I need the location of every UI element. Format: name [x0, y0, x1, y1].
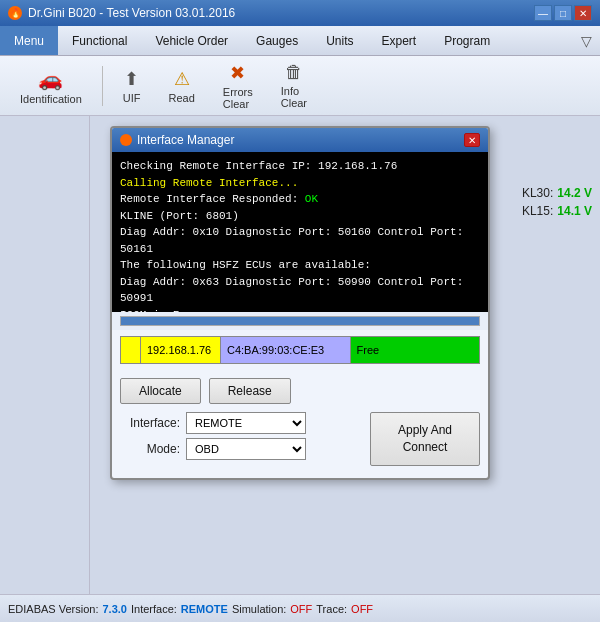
uif-icon: ⬆	[124, 68, 139, 90]
menu-bar: Menu Functional Vehicle Order Gauges Uni…	[0, 26, 600, 56]
title-bar: 🔥 Dr.Gini B020 - Test Version 03.01.2016…	[0, 0, 600, 26]
minimize-button[interactable]: —	[534, 5, 552, 21]
console-line-7: Diag Addr: 0x63 Diagnostic Port: 50990 C…	[120, 274, 480, 307]
menu-item-vehicle-order[interactable]: Vehicle Order	[141, 26, 242, 55]
config-area: Interface: REMOTE LOCAL STD:OBD Mode: OB…	[112, 408, 488, 470]
console-line-3: Remote Interface Responded: OK	[120, 191, 480, 208]
dialog-title-bar: Interface Manager ✕	[112, 128, 488, 152]
interface-manager-dialog: Interface Manager ✕ Checking Remote Inte…	[110, 126, 490, 480]
status-simulation-value: OFF	[290, 603, 312, 615]
status-bar: EDIABAS Version: 7.3.0 Interface: REMOTE…	[0, 594, 600, 622]
toolbar-read[interactable]: ⚠ Read	[157, 64, 207, 108]
dialog-app-icon	[120, 134, 132, 146]
console-line-5: Diag Addr: 0x10 Diagnostic Port: 50160 C…	[120, 224, 480, 257]
toolbar-uif[interactable]: ⬆ UIF	[111, 64, 153, 108]
toolbar-read-label: Read	[169, 92, 195, 104]
interface-cell-status: Free	[351, 337, 480, 363]
progress-area	[112, 312, 488, 330]
toolbar-errors[interactable]: ✖ ErrorsClear	[211, 58, 265, 114]
toolbar-errors-label: ErrorsClear	[223, 86, 253, 110]
maximize-button[interactable]: □	[554, 5, 572, 21]
status-trace-value: OFF	[351, 603, 373, 615]
interface-label: Interface:	[120, 416, 180, 430]
status-interface-value: REMOTE	[181, 603, 228, 615]
toolbar-identification-label: Identification	[20, 93, 82, 105]
console-line-2: Calling Remote Interface...	[120, 175, 480, 192]
errors-icon: ✖	[230, 62, 245, 84]
interface-row[interactable]: 192.168.1.76 C4:BA:99:03:CE:E3 Free	[121, 337, 479, 363]
console-line-4: KLINE (Port: 6801)	[120, 208, 480, 225]
expand-icon: ▽	[573, 26, 600, 55]
status-interface-label: Interface:	[131, 603, 177, 615]
toolbar-info[interactable]: 🗑 InfoClear	[269, 58, 319, 113]
console-line-1: Checking Remote Interface IP: 192.168.1.…	[120, 158, 480, 175]
interface-select[interactable]: REMOTE LOCAL STD:OBD	[186, 412, 306, 434]
progress-bar	[120, 316, 480, 326]
allocate-button[interactable]: Allocate	[120, 378, 201, 404]
close-button[interactable]: ✕	[574, 5, 592, 21]
title-bar-left: 🔥 Dr.Gini B020 - Test Version 03.01.2016	[8, 6, 235, 20]
toolbar: 🚗 Identification ⬆ UIF ⚠ Read ✖ ErrorsCl…	[0, 56, 600, 116]
toolbar-identification[interactable]: 🚗 Identification	[8, 63, 94, 109]
toolbar-info-label: InfoClear	[281, 85, 307, 109]
app-icon: 🔥	[8, 6, 22, 20]
button-row: Allocate Release	[112, 370, 488, 408]
toolbar-divider-1	[102, 66, 103, 106]
mode-label: Mode:	[120, 442, 180, 456]
menu-item-gauges[interactable]: Gauges	[242, 26, 312, 55]
console-output: Checking Remote Interface IP: 192.168.1.…	[112, 152, 488, 312]
dialog-overlay: Interface Manager ✕ Checking Remote Inte…	[0, 116, 600, 566]
status-simulation-label: Simulation:	[232, 603, 286, 615]
interface-cell-indicator	[121, 337, 141, 363]
toolbar-uif-label: UIF	[123, 92, 141, 104]
release-button[interactable]: Release	[209, 378, 291, 404]
menu-item-program[interactable]: Program	[430, 26, 504, 55]
interface-config-row: Interface: REMOTE LOCAL STD:OBD	[120, 412, 306, 434]
apply-connect-button[interactable]: Apply And Connect	[370, 412, 480, 466]
menu-item-expert[interactable]: Expert	[367, 26, 430, 55]
info-icon: 🗑	[285, 62, 303, 83]
ediabas-version-label: EDIABAS Version:	[8, 603, 99, 615]
console-line-6: The following HSFZ ECUs are available:	[120, 257, 480, 274]
interface-cell-ip: 192.168.1.76	[141, 337, 221, 363]
dialog-title: Interface Manager	[137, 133, 234, 147]
config-fields: Interface: REMOTE LOCAL STD:OBD Mode: OB…	[120, 412, 306, 460]
app-title: Dr.Gini B020 - Test Version 03.01.2016	[28, 6, 235, 20]
menu-item-functional[interactable]: Functional	[58, 26, 141, 55]
menu-item-menu[interactable]: Menu	[0, 26, 58, 55]
progress-bar-fill	[121, 317, 479, 325]
car-icon: 🚗	[38, 67, 63, 91]
dialog-close-button[interactable]: ✕	[464, 133, 480, 147]
main-area: KL30: 14.2 V KL15: 14.1 V Interface Mana…	[0, 116, 600, 594]
dialog-body: Checking Remote Interface IP: 192.168.1.…	[112, 152, 488, 478]
mode-select[interactable]: OBD EDIABAS DIRECT	[186, 438, 306, 460]
interface-table: 192.168.1.76 C4:BA:99:03:CE:E3 Free	[120, 336, 480, 364]
dialog-title-left: Interface Manager	[120, 133, 234, 147]
title-bar-controls: — □ ✕	[534, 5, 592, 21]
menu-item-units[interactable]: Units	[312, 26, 367, 55]
ediabas-version-value: 7.3.0	[103, 603, 127, 615]
warning-icon: ⚠	[174, 68, 190, 90]
interface-cell-mac: C4:BA:99:03:CE:E3	[221, 337, 351, 363]
status-trace-label: Trace:	[316, 603, 347, 615]
mode-config-row: Mode: OBD EDIABAS DIRECT	[120, 438, 306, 460]
